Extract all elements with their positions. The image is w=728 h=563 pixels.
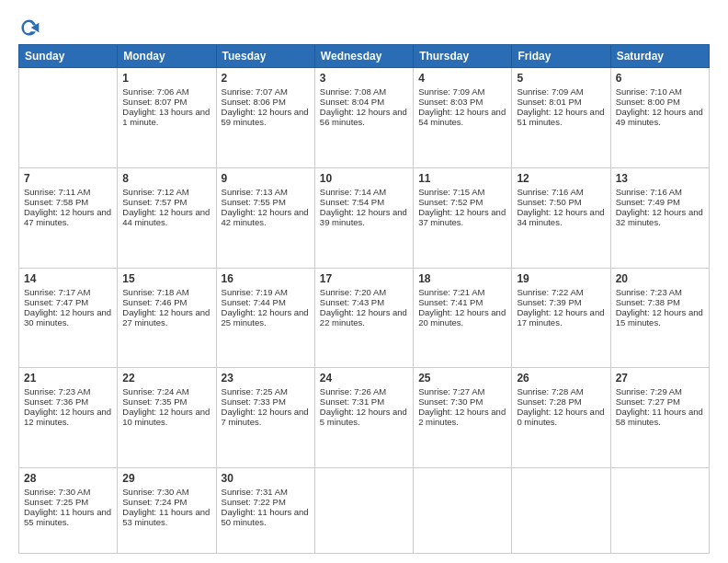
sunrise-text: Sunrise: 7:31 AM [222,487,310,497]
day-number: 4 [418,72,506,85]
calendar-cell: 19Sunrise: 7:22 AMSunset: 7:39 PMDayligh… [512,268,610,368]
sunrise-text: Sunrise: 7:24 AM [122,386,210,396]
daylight-text: Daylight: 12 hours and 34 minutes. [517,207,605,227]
day-number: 26 [517,372,605,385]
weekday-header-friday: Friday [512,45,610,68]
week-row-4: 21Sunrise: 7:23 AMSunset: 7:36 PMDayligh… [19,368,710,468]
calendar-cell: 6Sunrise: 7:10 AMSunset: 8:00 PMDaylight… [610,68,709,168]
sunrise-text: Sunrise: 7:16 AM [517,187,605,197]
daylight-text: Daylight: 11 hours and 50 minutes. [222,507,310,527]
day-number: 7 [24,172,112,185]
sunrise-text: Sunrise: 7:09 AM [517,86,605,97]
day-number: 14 [24,272,112,285]
calendar-cell: 30Sunrise: 7:31 AMSunset: 7:22 PMDayligh… [216,468,314,554]
week-row-5: 28Sunrise: 7:30 AMSunset: 7:25 PMDayligh… [19,468,710,554]
calendar-cell: 8Sunrise: 7:12 AMSunset: 7:57 PMDaylight… [118,167,216,268]
day-number: 11 [418,172,506,185]
day-number: 12 [517,172,605,185]
daylight-text: Daylight: 12 hours and 49 minutes. [616,107,704,127]
sunrise-text: Sunrise: 7:06 AM [122,86,210,97]
weekday-header-row: SundayMondayTuesdayWednesdayThursdayFrid… [19,45,710,68]
sunset-text: Sunset: 7:44 PM [222,297,310,307]
calendar-cell: 11Sunrise: 7:15 AMSunset: 7:52 PMDayligh… [414,167,512,268]
calendar-cell: 18Sunrise: 7:21 AMSunset: 7:41 PMDayligh… [414,268,512,368]
calendar-cell: 7Sunrise: 7:11 AMSunset: 7:58 PMDaylight… [19,167,118,268]
daylight-text: Daylight: 12 hours and 5 minutes. [320,407,408,427]
day-number: 9 [222,172,310,185]
sunrise-text: Sunrise: 7:10 AM [616,86,704,97]
calendar-cell: 20Sunrise: 7:23 AMSunset: 7:38 PMDayligh… [610,268,709,368]
day-number: 20 [616,272,704,285]
day-number: 3 [320,72,408,85]
weekday-header-sunday: Sunday [19,45,118,68]
calendar-cell [314,468,413,554]
sunset-text: Sunset: 7:54 PM [320,197,408,207]
sunrise-text: Sunrise: 7:23 AM [24,386,112,396]
day-number: 21 [24,372,112,385]
day-number: 29 [122,472,210,485]
daylight-text: Daylight: 12 hours and 39 minutes. [320,207,408,227]
logo-icon [18,17,40,39]
day-number: 19 [517,272,605,285]
sunset-text: Sunset: 8:03 PM [418,97,506,107]
sunset-text: Sunset: 7:35 PM [122,396,210,407]
daylight-text: Daylight: 11 hours and 58 minutes. [616,407,704,427]
sunset-text: Sunset: 7:38 PM [616,297,704,307]
sunrise-text: Sunrise: 7:29 AM [616,386,704,396]
calendar-cell [610,468,709,554]
day-number: 15 [122,272,210,285]
sunset-text: Sunset: 7:36 PM [24,396,112,407]
sunrise-text: Sunrise: 7:15 AM [418,187,506,197]
daylight-text: Daylight: 12 hours and 7 minutes. [222,407,310,427]
sunset-text: Sunset: 8:00 PM [616,97,704,107]
daylight-text: Daylight: 12 hours and 17 minutes. [517,307,605,327]
week-row-1: 1Sunrise: 7:06 AMSunset: 8:07 PMDaylight… [19,68,710,168]
daylight-text: Daylight: 12 hours and 12 minutes. [24,407,112,427]
calendar-cell [414,468,512,554]
sunset-text: Sunset: 7:46 PM [122,297,210,307]
daylight-text: Daylight: 12 hours and 2 minutes. [418,407,506,427]
sunset-text: Sunset: 7:31 PM [320,396,408,407]
daylight-text: Daylight: 12 hours and 27 minutes. [122,307,210,327]
calendar-cell: 2Sunrise: 7:07 AMSunset: 8:06 PMDaylight… [216,68,314,168]
day-number: 8 [122,172,210,185]
sunrise-text: Sunrise: 7:12 AM [122,187,210,197]
week-row-2: 7Sunrise: 7:11 AMSunset: 7:58 PMDaylight… [19,167,710,268]
day-number: 23 [222,372,310,385]
calendar-cell: 27Sunrise: 7:29 AMSunset: 7:27 PMDayligh… [610,368,709,468]
day-number: 10 [320,172,408,185]
day-number: 13 [616,172,704,185]
day-number: 6 [616,72,704,85]
daylight-text: Daylight: 12 hours and 15 minutes. [616,307,704,327]
sunrise-text: Sunrise: 7:13 AM [222,187,310,197]
sunrise-text: Sunrise: 7:14 AM [320,187,408,197]
sunset-text: Sunset: 7:50 PM [517,197,605,207]
day-number: 2 [222,72,310,85]
calendar-cell: 3Sunrise: 7:08 AMSunset: 8:04 PMDaylight… [314,68,413,168]
weekday-header-wednesday: Wednesday [314,45,413,68]
calendar-cell: 23Sunrise: 7:25 AMSunset: 7:33 PMDayligh… [216,368,314,468]
sunrise-text: Sunrise: 7:30 AM [122,487,210,497]
sunrise-text: Sunrise: 7:27 AM [418,386,506,396]
daylight-text: Daylight: 12 hours and 20 minutes. [418,307,506,327]
sunrise-text: Sunrise: 7:17 AM [24,287,112,297]
week-row-3: 14Sunrise: 7:17 AMSunset: 7:47 PMDayligh… [19,268,710,368]
calendar-cell: 21Sunrise: 7:23 AMSunset: 7:36 PMDayligh… [19,368,118,468]
sunrise-text: Sunrise: 7:08 AM [320,86,408,97]
top-header [18,17,710,39]
daylight-text: Daylight: 12 hours and 56 minutes. [320,107,408,127]
calendar-cell [19,68,118,168]
sunrise-text: Sunrise: 7:19 AM [222,287,310,297]
weekday-header-saturday: Saturday [610,45,709,68]
sunset-text: Sunset: 7:39 PM [517,297,605,307]
sunrise-text: Sunrise: 7:23 AM [616,287,704,297]
daylight-text: Daylight: 13 hours and 1 minute. [122,107,210,127]
sunset-text: Sunset: 8:06 PM [222,97,310,107]
daylight-text: Daylight: 12 hours and 32 minutes. [616,207,704,227]
sunset-text: Sunset: 7:57 PM [122,197,210,207]
sunset-text: Sunset: 8:04 PM [320,97,408,107]
sunrise-text: Sunrise: 7:18 AM [122,287,210,297]
calendar-cell: 25Sunrise: 7:27 AMSunset: 7:30 PMDayligh… [414,368,512,468]
sunset-text: Sunset: 8:01 PM [517,97,605,107]
sunset-text: Sunset: 7:41 PM [418,297,506,307]
